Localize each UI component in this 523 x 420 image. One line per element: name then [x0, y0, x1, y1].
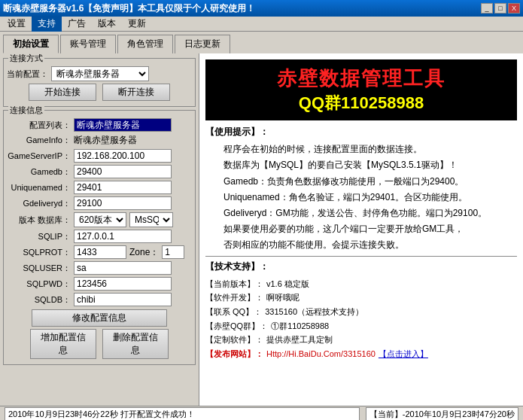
sqlprot-row: SQLPROT： Zone： — [7, 245, 192, 259]
gameserverip-label: GameServerIP： — [7, 151, 71, 162]
gameinfo-row: GameInfo： 断魂赤壁服务器 — [7, 134, 192, 147]
sqlip-row: SQLIP： — [7, 230, 192, 243]
version-row-4: 【赤壁QQ群】：①群110258988 — [205, 319, 517, 333]
gdeliveryd-input[interactable] — [74, 196, 172, 210]
sqluser-label: SQLUSER： — [7, 263, 71, 274]
minimize-button[interactable]: _ — [481, 3, 493, 14]
start-connect-button[interactable]: 开始连接 — [29, 84, 96, 101]
website-link[interactable]: 【点击进入】 — [379, 347, 428, 361]
uniquenamed-row: Uniquenamed： — [7, 181, 192, 194]
sqlprot-input[interactable] — [74, 245, 126, 259]
modify-config-button[interactable]: 修改配置信息 — [32, 309, 167, 327]
gameinfo-value: 断魂赤壁服务器 — [74, 134, 137, 147]
version-info: 【当前版本】：v1.6 稳定版 【软件开发】：啊呀哦呢 【联系 QQ】：3315… — [205, 277, 517, 361]
gamedb-row: Gamedb： — [7, 165, 192, 178]
menu-ads[interactable]: 广告 — [62, 16, 92, 32]
status-right: 【当前】-2010年10月9日23时47分20秒 — [366, 407, 518, 420]
divider-1 — [205, 256, 517, 257]
tip-2: 数据库为【MySQL】的要自己安装【MySQL3.5.1驱动】！ — [205, 158, 517, 172]
zone-input[interactable] — [162, 245, 184, 259]
left-panel: 连接方式 当前配置： 断魂赤壁服务器 开始连接 断开连接 连接信息 配置列表： … — [0, 53, 199, 406]
sqldb-row: SQLDB： — [7, 293, 192, 306]
gdeliveryd-row: Gdeliveryd： — [7, 196, 192, 210]
version-row-3: 【联系 QQ】：3315160（远程技术支持） — [205, 305, 517, 319]
config-list-row: 配置列表： — [7, 118, 192, 132]
config-list-label: 配置列表： — [7, 120, 71, 131]
gameinfo-label: GameInfo： — [7, 135, 71, 146]
sqldb-label: SQLDB： — [7, 294, 71, 306]
menu-bar: 设置 支持 广告 版本 更新 — [0, 17, 523, 32]
status-bar: 2010年10月9日23时46分22秒 打开配置文件成功！ 【当前】-2010年… — [0, 406, 523, 420]
tip-3: Gamedb：负责角色数据修改功能使用，一般端口为29400。 — [205, 175, 517, 189]
sqlpwd-row: SQLPWD： — [7, 277, 192, 291]
right-panel: 赤壁数据管理工具 QQ群110258988 【使用提示】： 程序会在初始的时候，… — [199, 53, 523, 406]
disconnect-button[interactable]: 断开连接 — [102, 84, 170, 101]
close-button[interactable]: X — [508, 3, 520, 14]
version-row-2: 【软件开发】：啊呀哦呢 — [205, 291, 517, 305]
menu-support[interactable]: 支持 — [32, 16, 62, 32]
uniquenamed-input[interactable] — [74, 181, 172, 194]
connection-info-group: 连接信息 配置列表： GameInfo： 断魂赤壁服务器 GameServerI… — [3, 110, 196, 365]
gameserverip-row: GameServerIP： — [7, 149, 192, 163]
tip-7: 否则相应的功能不能使用。会提示连接失败。 — [205, 238, 517, 252]
menu-update[interactable]: 更新 — [122, 16, 152, 32]
current-config-row: 当前配置： 断魂赤壁服务器 — [7, 66, 192, 81]
menu-version[interactable]: 版本 — [92, 16, 122, 32]
tip-6: 如果要使用必要的功能，这几个端口一定要开放给GM工具， — [205, 222, 517, 236]
tab-initial-setup[interactable]: 初始设置 — [3, 35, 59, 53]
add-config-button[interactable]: 增加配置信息 — [30, 329, 96, 359]
sqluser-input[interactable] — [74, 261, 172, 275]
ver-label-3: 【联系 QQ】： — [205, 305, 262, 319]
tab-role-mgmt[interactable]: 角色管理 — [117, 35, 173, 53]
tip-4: Uniquenamed：角色名验证，端口为29401。合区功能使用。 — [205, 190, 517, 205]
tab-log-update[interactable]: 日志更新 — [175, 35, 230, 53]
sqluser-row: SQLUSER： — [7, 261, 192, 275]
main-area: 连接方式 当前配置： 断魂赤壁服务器 开始连接 断开连接 连接信息 配置列表： … — [0, 53, 523, 406]
version-db-row: 版本 数据库： 620版本 MsSQL库 — [7, 212, 192, 227]
add-delete-row: 增加配置信息 删除配置信息 — [7, 329, 192, 359]
tech-support-section: 【技术支持】： 【当前版本】：v1.6 稳定版 【软件开发】：啊呀哦呢 【联系 … — [205, 260, 517, 361]
sqlip-input[interactable] — [74, 230, 172, 243]
gamedb-input[interactable] — [74, 165, 172, 178]
usage-tips-header: 【使用提示】： — [205, 125, 517, 139]
current-config-label: 当前配置： — [7, 68, 48, 80]
connection-group-title: 连接方式 — [8, 53, 44, 64]
sqldb-input[interactable] — [74, 293, 172, 306]
window-controls: _ □ X — [481, 3, 520, 14]
sqlpwd-label: SQLPWD： — [7, 278, 71, 290]
usage-tips-section: 【使用提示】： 程序会在初始的时候，连接配置里面的数据连接。 数据库为【MySQ… — [205, 125, 517, 253]
version-row-1: 【当前版本】：v1.6 稳定版 — [205, 277, 517, 291]
uniquenamed-label: Uniquenamed： — [7, 182, 71, 193]
sqlpwd-input[interactable] — [74, 277, 172, 291]
db-type-select[interactable]: MsSQL库 — [129, 212, 173, 227]
zone-label: Zone： — [129, 246, 159, 259]
ver-label-4: 【赤壁QQ群】： — [205, 319, 268, 333]
ver-val-2: 啊呀哦呢 — [266, 291, 300, 305]
tip-5: Gdeliveryd：GM功能，发送公告、封停角色功能。端口为29100。 — [205, 206, 517, 221]
tab-account-mgmt[interactable]: 账号管理 — [60, 35, 116, 53]
ver-label-1: 【当前版本】： — [205, 277, 263, 291]
banner: 赤壁数据管理工具 QQ群110258988 — [205, 59, 517, 120]
maximize-button[interactable]: □ — [494, 3, 506, 14]
connect-buttons-row: 开始连接 断开连接 — [7, 84, 192, 101]
sqlip-label: SQLIP： — [7, 231, 71, 242]
delete-config-button[interactable]: 删除配置信息 — [102, 329, 169, 359]
ver-val-3: 3315160（远程技术支持） — [265, 305, 363, 319]
tech-support-header: 【技术支持】： — [205, 260, 517, 274]
version-row-5: 【定制软件】：提供赤壁工具定制 — [205, 333, 517, 347]
gameserverip-input[interactable] — [74, 149, 172, 163]
tip-1: 程序会在初始的时候，连接配置里面的数据连接。 — [205, 142, 517, 157]
current-config-select[interactable]: 断魂赤壁服务器 — [51, 66, 149, 81]
sqlprot-label: SQLPROT： — [7, 247, 71, 258]
menu-settings[interactable]: 设置 — [2, 16, 32, 32]
gamedb-label: Gamedb： — [7, 166, 71, 178]
ver-val-1: v1.6 稳定版 — [266, 277, 309, 291]
info-group-title: 连接信息 — [8, 105, 44, 116]
version-select[interactable]: 620版本 — [74, 212, 126, 227]
config-list-input[interactable] — [74, 118, 172, 132]
ver-label-5: 【定制软件】： — [205, 333, 263, 347]
connection-method-group: 连接方式 当前配置： 断魂赤壁服务器 开始连接 断开连接 — [3, 58, 196, 107]
website-row: 【发布网站】： Http://Hi.BaiDu.Com/3315160 【点击进… — [205, 347, 517, 361]
window-title: 断魂赤壁服务器v1.6【免责声明】本工具仅限于个人研究使用！ — [3, 2, 255, 15]
ver-val-4: ①群110258988 — [271, 319, 329, 333]
